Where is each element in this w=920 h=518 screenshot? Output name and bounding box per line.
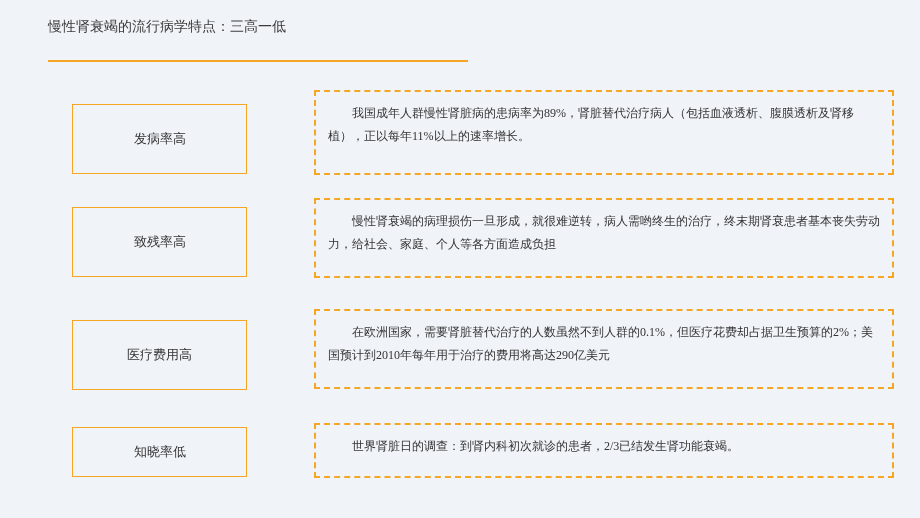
label-incidence: 发病率高 xyxy=(134,130,186,148)
desc-cost: 在欧洲国家，需要肾脏替代治疗的人数虽然不到人群的0.1%，但医疗花费却占据卫生预… xyxy=(328,325,873,362)
desc-box-disability: 慢性肾衰竭的病理损伤一旦形成，就很难逆转，病人需哟终生的治疗，终末期肾衰患者基本… xyxy=(314,198,894,278)
desc-incidence: 我国成年人群慢性肾脏病的患病率为89%，肾脏替代治疗病人（包括血液透析、腹膜透析… xyxy=(328,106,854,143)
page-title: 慢性肾衰竭的流行病学特点：三高一低 xyxy=(48,18,286,36)
desc-box-cost: 在欧洲国家，需要肾脏替代治疗的人数虽然不到人群的0.1%，但医疗花费却占据卫生预… xyxy=(314,309,894,389)
label-cost: 医疗费用高 xyxy=(127,346,192,364)
desc-box-incidence: 我国成年人群慢性肾脏病的患病率为89%，肾脏替代治疗病人（包括血液透析、腹膜透析… xyxy=(314,90,894,175)
label-box-incidence: 发病率高 xyxy=(72,104,247,174)
label-box-cost: 医疗费用高 xyxy=(72,320,247,390)
desc-disability: 慢性肾衰竭的病理损伤一旦形成，就很难逆转，病人需哟终生的治疗，终末期肾衰患者基本… xyxy=(328,214,880,251)
label-box-disability: 致残率高 xyxy=(72,207,247,277)
desc-box-awareness: 世界肾脏日的调查：到肾内科初次就诊的患者，2/3已结发生肾功能衰竭。 xyxy=(314,423,894,478)
desc-awareness: 世界肾脏日的调查：到肾内科初次就诊的患者，2/3已结发生肾功能衰竭。 xyxy=(328,439,739,453)
label-box-awareness: 知晓率低 xyxy=(72,427,247,477)
title-underline xyxy=(48,60,468,62)
label-awareness: 知晓率低 xyxy=(134,443,186,461)
label-disability: 致残率高 xyxy=(134,233,186,251)
